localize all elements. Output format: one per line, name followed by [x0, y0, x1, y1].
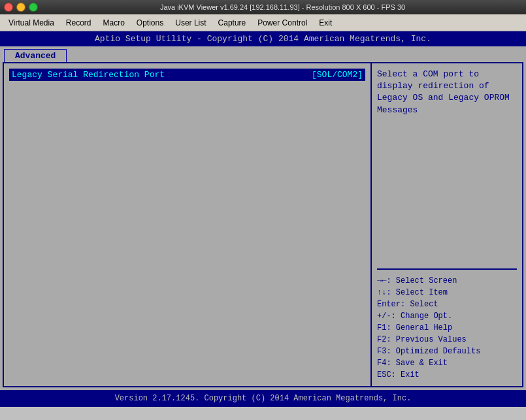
- shortcut-item: ↑↓: Select Item: [377, 287, 517, 299]
- shortcut-item: F2: Previous Values: [377, 334, 517, 346]
- menu-item-power-control[interactable]: Power Control: [252, 16, 313, 30]
- maximize-button[interactable]: [29, 3, 38, 12]
- bios-help-panel: Select a COM port to display redirection…: [372, 63, 522, 386]
- menu-item-virtual-media[interactable]: Virtual Media: [3, 16, 60, 30]
- shortcut-item: Enter: Select: [377, 299, 517, 310]
- shortcut-item: F1: General Help: [377, 322, 517, 334]
- bios-footer: Version 2.17.1245. Copyright (C) 2014 Am…: [0, 390, 526, 407]
- bios-shortcuts: →←: Select Screen↑↓: Select ItemEnter: S…: [377, 275, 517, 381]
- bios-help-text: Select a COM port to display redirection…: [377, 69, 517, 270]
- shortcut-item: +/-: Change Opt.: [377, 310, 517, 322]
- menu-item-record[interactable]: Record: [60, 16, 97, 30]
- menu-item-options[interactable]: Options: [131, 16, 169, 30]
- window-title: Java iKVM Viewer v1.69.24 [192.168.11.93…: [43, 3, 522, 11]
- shortcut-item: ESC: Exit: [377, 369, 517, 381]
- title-bar: Java iKVM Viewer v1.69.24 [192.168.11.93…: [0, 0, 526, 14]
- bios-tabs: Advanced: [0, 46, 526, 62]
- setting-row-legacy-serial[interactable]: Legacy Serial Redirection Port [SOL/COM2…: [9, 69, 365, 81]
- menu-bar: Virtual MediaRecordMacroOptionsUser List…: [0, 14, 526, 31]
- window-controls[interactable]: [4, 3, 38, 12]
- menu-item-user-list[interactable]: User List: [169, 16, 212, 30]
- menu-item-exit[interactable]: Exit: [313, 16, 338, 30]
- close-button[interactable]: [4, 3, 13, 12]
- minimize-button[interactable]: [16, 3, 25, 12]
- menu-item-macro[interactable]: Macro: [97, 16, 131, 30]
- bios-header: Aptio Setup Utility - Copyright (C) 2014…: [0, 31, 526, 46]
- shortcut-item: F3: Optimized Defaults: [377, 346, 517, 357]
- bios-main: Legacy Serial Redirection Port [SOL/COM2…: [3, 62, 523, 387]
- bios-container: Aptio Setup Utility - Copyright (C) 2014…: [0, 31, 526, 407]
- setting-value-legacy-serial: [SOL/COM2]: [312, 70, 363, 80]
- bios-settings-panel: Legacy Serial Redirection Port [SOL/COM2…: [4, 63, 372, 386]
- tab-advanced[interactable]: Advanced: [4, 49, 67, 62]
- setting-name-legacy-serial: Legacy Serial Redirection Port: [12, 70, 165, 80]
- shortcut-item: F4: Save & Exit: [377, 357, 517, 369]
- shortcut-item: →←: Select Screen: [377, 275, 517, 287]
- menu-item-capture[interactable]: Capture: [212, 16, 252, 30]
